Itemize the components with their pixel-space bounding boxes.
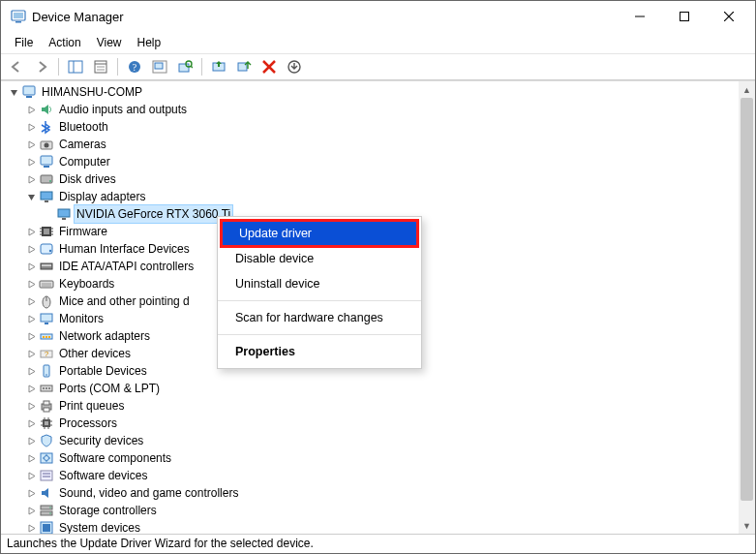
tree-node-label[interactable]: Disk drives — [57, 170, 118, 188]
expand-icon[interactable] — [24, 120, 38, 134]
ports-icon — [39, 381, 54, 396]
expand-icon[interactable] — [24, 521, 38, 534]
expand-icon[interactable] — [24, 469, 38, 482]
help-button[interactable]: ? — [123, 56, 146, 77]
svg-rect-17 — [179, 64, 189, 72]
tree-node-label[interactable]: Firmware — [57, 223, 109, 240]
tree-node-label[interactable]: Software components — [57, 449, 173, 467]
tree-node-label[interactable]: Processors — [57, 415, 119, 432]
expand-icon[interactable] — [24, 434, 38, 447]
vertical-scrollbar[interactable]: ▲ ▼ — [739, 81, 755, 534]
menu-file[interactable]: File — [7, 34, 41, 51]
svg-rect-26 — [26, 96, 32, 98]
tree-node-label[interactable]: Bluetooth — [57, 118, 110, 136]
expand-icon[interactable] — [24, 172, 38, 186]
tree-node-label[interactable]: Cameras — [57, 136, 108, 153]
scroll-up-arrow[interactable]: ▲ — [739, 81, 755, 98]
tree-node-label[interactable]: Network adapters — [57, 327, 152, 345]
tree-node[interactable]: Security devices — [7, 432, 755, 449]
tree-node[interactable]: System devices — [7, 519, 755, 534]
tree-node[interactable]: HIMANSHU-COMP — [7, 83, 755, 101]
scroll-thumb[interactable] — [741, 98, 753, 501]
tree-node-label[interactable]: Ports (COM & LPT) — [57, 380, 162, 397]
expand-icon[interactable] — [24, 399, 38, 413]
back-button[interactable] — [5, 56, 28, 77]
tree-node-label[interactable]: Monitors — [57, 310, 106, 327]
minimize-button[interactable] — [618, 1, 662, 32]
tree-node-label[interactable]: Mice and other pointing d — [57, 292, 192, 310]
tree-node-label[interactable]: NVIDIA GeForce RTX 3060 Ti — [75, 205, 232, 223]
tree-node-label[interactable]: Audio inputs and outputs — [57, 101, 189, 118]
show-hide-console-tree-button[interactable] — [64, 56, 87, 77]
tree-node-label[interactable]: Computer — [57, 153, 112, 170]
expand-icon[interactable] — [24, 277, 38, 291]
collapse-icon[interactable] — [24, 190, 38, 203]
update-driver-button[interactable] — [207, 56, 230, 77]
tree-node-label[interactable]: Sound, video and game controllers — [57, 484, 240, 502]
forward-button[interactable] — [30, 56, 53, 77]
tree-node-label[interactable]: Portable Devices — [57, 362, 149, 380]
svg-rect-69 — [44, 401, 49, 405]
tree-node-label[interactable]: Other devices — [57, 345, 133, 362]
tree-node[interactable]: Audio inputs and outputs — [7, 101, 755, 118]
context-properties[interactable]: Properties — [218, 339, 421, 364]
scan-hardware-button[interactable] — [173, 56, 197, 77]
close-button[interactable] — [707, 1, 751, 32]
tree-node-label[interactable]: IDE ATA/ATAPI controllers — [57, 258, 196, 275]
tree-node-label[interactable]: Print queues — [57, 397, 126, 415]
tree-node-label[interactable]: Human Interface Devices — [57, 240, 192, 258]
menu-view[interactable]: View — [89, 34, 130, 51]
sound-icon — [39, 485, 54, 501]
tree-node[interactable]: Cameras — [7, 136, 755, 153]
expand-icon[interactable] — [24, 486, 38, 500]
tree-node[interactable]: Ports (COM & LPT) — [7, 380, 755, 397]
expand-icon[interactable] — [24, 312, 38, 325]
maximize-button[interactable] — [662, 1, 707, 32]
tree-node-label[interactable]: HIMANSHU-COMP — [40, 83, 144, 101]
expand-icon[interactable] — [24, 364, 38, 378]
disable-device-button[interactable] — [232, 56, 256, 77]
expand-icon[interactable] — [24, 260, 38, 273]
expand-icon[interactable] — [24, 329, 38, 343]
tree-node[interactable]: Display adapters — [7, 188, 755, 205]
tree-node-label[interactable]: Display adapters — [57, 188, 147, 205]
tree-node[interactable]: Disk drives — [7, 170, 755, 188]
expand-icon[interactable] — [24, 382, 38, 395]
tree-node[interactable]: Processors — [7, 415, 755, 432]
tree-node[interactable]: Sound, video and game controllers — [7, 484, 755, 502]
context-disable-device[interactable]: Disable device — [218, 246, 421, 271]
tree-node-label[interactable]: Storage controllers — [57, 502, 159, 519]
expand-icon[interactable] — [24, 294, 38, 308]
expand-icon[interactable] — [24, 242, 38, 256]
expand-icon[interactable] — [24, 504, 38, 517]
tree-node-label[interactable]: Software devices — [57, 467, 149, 484]
expand-icon[interactable] — [24, 225, 38, 238]
tree-node-label[interactable]: System devices — [57, 519, 142, 534]
menu-action[interactable]: Action — [41, 34, 88, 51]
menu-help[interactable]: Help — [130, 34, 169, 51]
context-update-driver[interactable]: Update driver — [222, 221, 417, 246]
tree-node[interactable]: Bluetooth — [7, 118, 755, 136]
tree-node[interactable]: Software devices — [7, 467, 755, 484]
properties-button[interactable] — [89, 56, 112, 77]
tree-node[interactable]: Print queues — [7, 397, 755, 415]
show-hidden-button[interactable] — [148, 56, 171, 77]
storage-icon — [39, 503, 54, 518]
tree-node-label[interactable]: Security devices — [57, 432, 145, 449]
expand-icon[interactable] — [24, 347, 38, 360]
scroll-down-arrow[interactable]: ▼ — [739, 517, 755, 534]
expand-icon[interactable] — [24, 155, 38, 169]
expand-icon[interactable] — [24, 103, 38, 116]
action-dropdown-button[interactable] — [283, 56, 306, 77]
expand-icon[interactable] — [24, 416, 38, 430]
context-uninstall-device[interactable]: Uninstall device — [218, 271, 421, 296]
tree-node[interactable]: Software components — [7, 449, 755, 467]
tree-node-label[interactable]: Keyboards — [57, 275, 116, 292]
context-scan-hardware[interactable]: Scan for hardware changes — [218, 305, 421, 330]
collapse-icon[interactable] — [7, 85, 20, 99]
tree-node[interactable]: Storage controllers — [7, 502, 755, 519]
tree-node[interactable]: Computer — [7, 153, 755, 170]
expand-icon[interactable] — [24, 451, 38, 465]
expand-icon[interactable] — [24, 138, 38, 151]
uninstall-device-button[interactable] — [257, 56, 281, 77]
